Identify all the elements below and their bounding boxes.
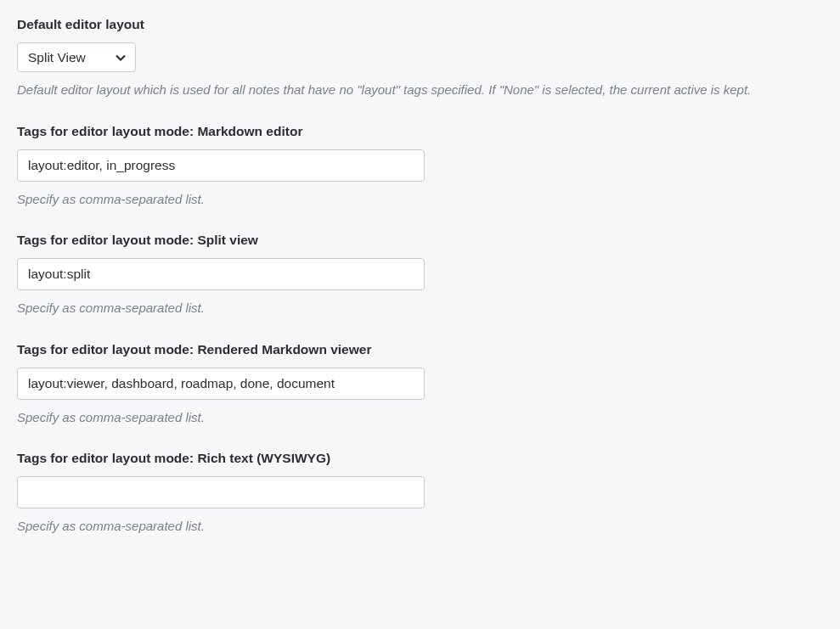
tags-markdown-editor-label: Tags for editor layout mode: Markdown ed… [17,124,823,139]
default-layout-label: Default editor layout [17,17,823,32]
tags-split-view-input[interactable] [17,258,425,290]
tags-rendered-viewer-help: Specify as comma-separated list. [17,408,823,428]
tags-rich-text-group: Tags for editor layout mode: Rich text (… [17,451,823,536]
tags-rich-text-label: Tags for editor layout mode: Rich text (… [17,451,823,466]
default-layout-help: Default editor layout which is used for … [17,81,823,100]
tags-rendered-viewer-label: Tags for editor layout mode: Rendered Ma… [17,342,823,357]
default-layout-select-wrapper: Split View [17,42,136,72]
tags-markdown-editor-input[interactable] [17,149,425,182]
tags-markdown-editor-help: Specify as comma-separated list. [17,190,823,210]
tags-split-view-group: Tags for editor layout mode: Split view … [17,233,823,318]
tags-rendered-viewer-group: Tags for editor layout mode: Rendered Ma… [17,342,823,428]
tags-rich-text-input[interactable] [17,476,425,508]
tags-split-view-help: Specify as comma-separated list. [17,299,823,318]
tags-split-view-label: Tags for editor layout mode: Split view [17,233,823,248]
tags-markdown-editor-group: Tags for editor layout mode: Markdown ed… [17,124,823,210]
settings-form: Default editor layout Split View Default… [17,17,823,536]
default-layout-group: Default editor layout Split View Default… [17,17,823,100]
tags-rich-text-help: Specify as comma-separated list. [17,517,823,536]
tags-rendered-viewer-input[interactable] [17,368,425,400]
default-layout-select[interactable]: Split View [17,42,136,72]
